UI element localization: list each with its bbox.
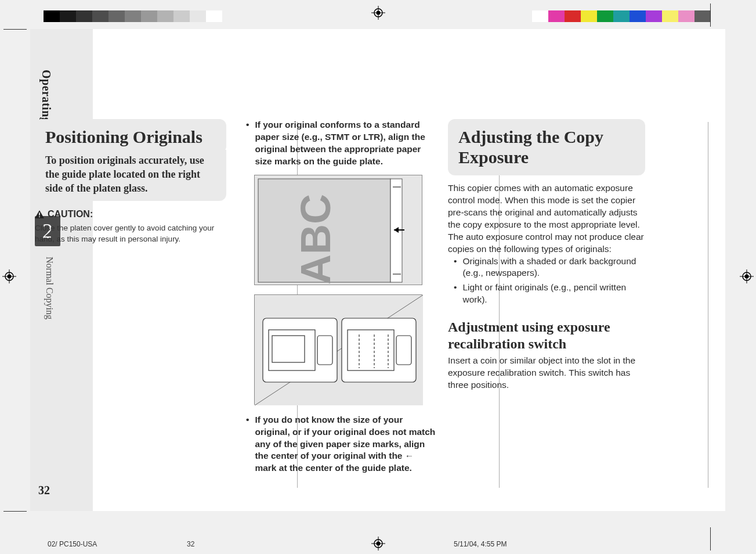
caution-label: CAUTION: [48,209,93,220]
caution-heading: CAUTION: [35,209,226,220]
color-swatch [646,10,662,22]
intro-text: To position originals accurately, use th… [35,150,226,202]
heading-adjusting-exposure: Adjusting the Copy Exposure [448,119,645,175]
gray-step [108,10,125,22]
footer-datetime: 5/11/04, 4:55 PM [454,540,507,548]
heading-positioning-originals: Positioning Originals [35,119,226,153]
page-number: 32 [38,484,50,497]
bullet-text: If you do not know the size of your orig… [255,414,437,475]
gray-step [173,10,190,22]
footer-file: 02/ PC150-USA [48,540,97,548]
svg-rect-30 [317,336,332,365]
footer-page: 32 [187,540,194,548]
color-swatch [613,10,630,22]
exposure-intro: This copier comes with an automatic expo… [448,182,645,256]
column-3: Adjusting the Copy Exposure This copier … [448,119,645,391]
color-swatch [597,10,613,22]
caution-text: Close the platen cover gently to avoid c… [35,223,226,244]
crop-mark [710,527,711,551]
crop-mark [3,29,27,30]
bullet-text: Originals with a shaded or dark backgrou… [462,256,645,280]
exposure-bullet-1: • Originals with a shaded or dark backgr… [454,256,645,280]
gray-step [44,10,60,22]
color-swatch [565,10,581,22]
color-swatch [630,10,646,22]
exposure-bullet-2: • Light or faint originals (e.g., pencil… [454,282,645,306]
grayscale-step-wedge [44,10,222,22]
bullet-icon: • [246,414,249,475]
recalibration-text: Insert a coin or similar object into the… [448,355,645,391]
color-swatch [532,10,548,22]
subheading-recalibration: Adjustment using exposure recalibration … [448,319,645,352]
page-area: Operating Procedure 2 Normal Copying 32 … [30,29,725,511]
bullet-standard-size: • If your original conforms to a standar… [246,119,437,168]
gray-step [141,10,157,22]
bullet-icon: • [454,256,457,280]
gray-step [206,10,222,22]
bullet-unknown-size: • If you do not know the size of your or… [246,414,437,475]
column-1: Positioning Originals To position origin… [35,119,226,244]
bullet-text: If your original conforms to a standard … [255,119,437,168]
registration-mark-left [2,269,16,283]
color-swatch [678,10,694,22]
crop-mark [710,3,711,27]
svg-rect-29 [272,336,305,362]
column-2: • If your original conforms to a standar… [246,119,437,479]
registration-mark-right [740,269,754,283]
svg-rect-18 [39,217,40,218]
gray-step [92,10,108,22]
caution-icon [35,210,44,218]
column-divider [708,122,708,488]
color-calibration-strip [532,10,711,22]
sidebar: Operating Procedure 2 Normal Copying 32 [30,29,93,511]
registration-mark-bottom [371,537,385,551]
color-swatch [694,10,711,22]
svg-rect-36 [396,336,411,365]
crop-mark [3,511,27,512]
bullet-icon: • [246,119,249,168]
gray-step [60,10,76,22]
color-swatch [662,10,678,22]
gray-step [76,10,92,22]
svg-rect-17 [39,213,40,215]
figure-copier-top-views [254,294,422,405]
bullet-icon: • [454,282,457,306]
registration-mark-top [371,6,385,20]
svg-rect-32 [348,330,394,370]
bullet-text: Light or faint originals (e.g., pencil w… [462,282,645,306]
figure-abc-label: ABC [292,194,339,285]
color-swatch [548,10,565,22]
color-swatch [581,10,597,22]
gray-step [190,10,206,22]
figure-platen-glass: ABC [254,175,422,285]
gray-step [157,10,173,22]
gray-step [125,10,141,22]
section-name: Normal Copying [44,257,55,319]
